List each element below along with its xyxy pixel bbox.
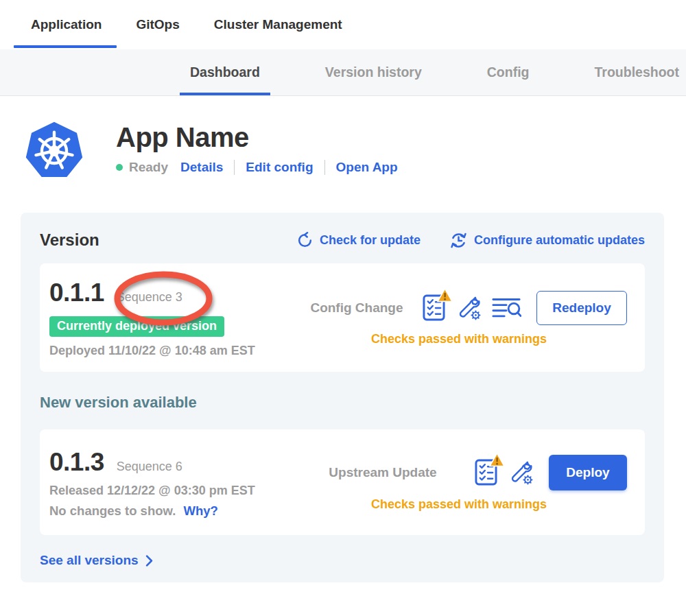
edit-config-link[interactable]: Edit config: [246, 160, 313, 175]
view-files-icon[interactable]: [492, 297, 521, 318]
warning-triangle-icon: [437, 288, 453, 305]
subnav-tab-dashboard[interactable]: Dashboard: [180, 49, 270, 95]
check-for-update-button[interactable]: Check for update: [296, 232, 421, 249]
topnav-tab-cluster-management[interactable]: Cluster Management: [214, 0, 342, 49]
preflight-checks-status: Checks passed with warnings: [291, 497, 627, 512]
current-version-sequence: Sequence 3: [117, 290, 182, 305]
new-version-heading: New version available: [40, 394, 645, 412]
redeploy-button[interactable]: Redeploy: [536, 291, 627, 325]
config-values-icon[interactable]: [508, 460, 534, 486]
no-changes-label: No changes to show.: [49, 504, 176, 518]
gear-icon: [523, 475, 532, 484]
refresh-icon: [296, 232, 314, 249]
subnav-tab-version-history[interactable]: Version history: [315, 49, 432, 95]
preflight-checks-warning-icon[interactable]: [475, 459, 497, 486]
warning-triangle-icon: [489, 453, 505, 470]
currently-deployed-badge: Currently deployed version: [49, 316, 224, 337]
available-version-sequence: Sequence 6: [117, 460, 182, 474]
preflight-checks-warning-icon[interactable]: [423, 294, 445, 321]
see-all-versions-link[interactable]: See all versions: [40, 553, 153, 568]
page-title: App Name: [116, 122, 398, 153]
released-timestamp: Released 12/12/22 @ 03:30 pm EST: [49, 484, 291, 498]
version-source-label: Config Change: [291, 300, 423, 316]
available-version-number: 0.1.3: [49, 448, 104, 477]
details-link[interactable]: Details: [180, 160, 223, 175]
current-version-number: 0.1.1: [49, 279, 104, 307]
chevron-right-icon: [145, 555, 153, 567]
divider: [324, 160, 325, 175]
divider: [234, 160, 235, 175]
app-header: App Name Ready Details Edit config Open …: [24, 121, 686, 181]
version-panel: Version Check for update: [21, 213, 664, 582]
version-panel-title: Version: [40, 230, 99, 250]
check-for-update-label: Check for update: [320, 233, 421, 248]
config-values-icon[interactable]: [456, 295, 482, 321]
deploy-button[interactable]: Deploy: [549, 455, 627, 490]
open-app-link[interactable]: Open App: [336, 160, 398, 175]
configure-automatic-updates-label: Configure automatic updates: [474, 233, 645, 248]
deployed-timestamp: Deployed 11/10/22 @ 10:48 am EST: [49, 344, 291, 358]
why-link[interactable]: Why?: [183, 504, 217, 518]
kubernetes-logo: [24, 121, 84, 181]
version-source-label: Upstream Update: [291, 465, 475, 480]
available-version-card: 0.1.3 Sequence 6 Released 12/12/22 @ 03:…: [40, 429, 645, 535]
gear-icon: [471, 311, 480, 319]
status-label: Ready: [129, 160, 168, 175]
subnav-tab-troubleshoot[interactable]: Troubleshoot: [584, 49, 686, 95]
configure-automatic-updates-button[interactable]: Configure automatic updates: [449, 231, 645, 250]
current-version-card: 0.1.1 Sequence 3 Currently deployed vers…: [40, 263, 645, 372]
top-nav: Application GitOps Cluster Management: [0, 0, 686, 49]
status-ready-dot-icon: [116, 164, 123, 171]
topnav-tab-gitops[interactable]: GitOps: [136, 0, 179, 49]
subnav-tab-config[interactable]: Config: [477, 49, 540, 95]
preflight-checks-status: Checks passed with warnings: [291, 332, 627, 346]
app-sub-nav: Dashboard Version history Config Trouble…: [0, 49, 686, 96]
scheduled-update-icon: [449, 231, 468, 250]
topnav-tab-application[interactable]: Application: [31, 0, 102, 49]
see-all-versions-label: See all versions: [40, 553, 139, 568]
